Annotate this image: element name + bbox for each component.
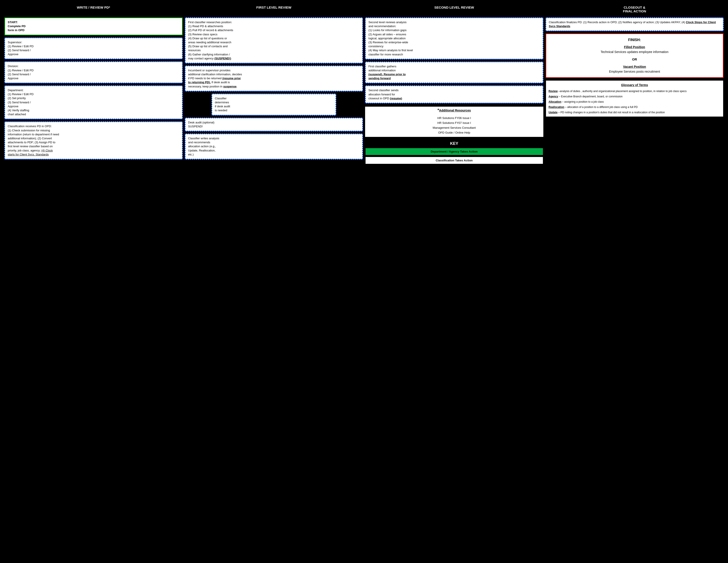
finish-box: FINISH: Filled Position Technical Servic… bbox=[546, 33, 724, 78]
second-level-box: Second level reviews analysis and recomm… bbox=[365, 17, 543, 59]
incumbent-box: Incumbent or supervisor provides additio… bbox=[185, 66, 363, 91]
col3-content: Second level reviews analysis and recomm… bbox=[365, 17, 543, 165]
col2-header: FIRST LEVEL REVIEW bbox=[185, 4, 363, 14]
glossary-reallocation: Reallocation – allocation of a position … bbox=[549, 105, 721, 109]
filled-position-section: Filled Position Technical Services updat… bbox=[549, 45, 720, 55]
first-classifier-gathers-box: First classifier gathers additional info… bbox=[365, 62, 543, 83]
desk-audit-box: Desk audit (optional) SUSPEND! bbox=[185, 118, 363, 131]
start-box: START:Complete PDform in OPD bbox=[4, 17, 183, 35]
additional-resources-title: *Additional Resources bbox=[365, 107, 543, 114]
glossary-update: Update – PD noting changes in a position… bbox=[549, 110, 721, 114]
classifier-writes-box: Classifier writes analysis and recommend… bbox=[185, 133, 363, 159]
classification-finalizes-box: Classification finalizes PD: (1) Records… bbox=[546, 17, 724, 31]
key-items: Department / Agency Takes Action Classif… bbox=[365, 148, 543, 164]
or-label: OR bbox=[549, 57, 720, 62]
department-box: Department: (1) Review / Edit PD (2) Set… bbox=[4, 85, 183, 119]
main-columns: START:Complete PDform in OPD Supervisor:… bbox=[4, 17, 724, 165]
additional-resources-section: *Additional Resources HR Solutions FY06 … bbox=[365, 105, 543, 138]
classification-receives-box: Classification receives PD in OPD: (1) C… bbox=[4, 121, 183, 159]
key-white-item: Classification Takes Action bbox=[365, 156, 543, 164]
supervisor-box: Supervisor: (1) Review / Edit PD (2) Sen… bbox=[4, 38, 183, 59]
vacant-position-text: Employee Services posts recruitment bbox=[609, 70, 660, 73]
key-section: KEY Department / Agency Takes Action Cla… bbox=[365, 140, 543, 165]
vacant-position-label: Vacant Position bbox=[623, 65, 646, 68]
glossary-agency: Agency – Executive Branch department, bo… bbox=[549, 94, 721, 98]
second-classifier-sends-box: Second classifier sends allocation forwa… bbox=[365, 85, 543, 103]
key-title: KEY bbox=[365, 141, 543, 146]
col4-header: CLOSEOUT & FINAL ACTION bbox=[546, 4, 724, 14]
col3-header: SECOND LEVEL REVIEW bbox=[365, 4, 543, 14]
first-classifier-box: First classifier researches position: (1… bbox=[185, 17, 363, 63]
col2-content: First classifier researches position: (1… bbox=[185, 17, 363, 159]
finish-title: FINISH: bbox=[549, 37, 720, 43]
page: WRITE / REVIEW PD* FIRST LEVEL REVIEW SE… bbox=[4, 4, 724, 165]
glossary-allocation: Allocation – assigning a position to a j… bbox=[549, 100, 721, 104]
key-green-item: Department / Agency Takes Action bbox=[365, 148, 543, 155]
filled-position-text: Technical Services updates employee info… bbox=[601, 50, 668, 54]
glossary-review: Review –analysis of duties , authority a… bbox=[549, 89, 721, 93]
col4-content: Classification finalizes PD: (1) Records… bbox=[546, 17, 724, 117]
classifier-determines-box: Classifier determines if desk audit is n… bbox=[212, 94, 336, 115]
filled-position-label: Filled Position bbox=[624, 45, 645, 49]
glossary-title: Glossary of Terms bbox=[549, 83, 721, 87]
col1-header: WRITE / REVIEW PD* bbox=[4, 4, 183, 14]
column-headers: WRITE / REVIEW PD* FIRST LEVEL REVIEW SE… bbox=[4, 4, 724, 14]
additional-resources-list: HR Solutions FY06 Issue I HR Solutions F… bbox=[365, 114, 543, 137]
glossary-section: Glossary of Terms Review –analysis of du… bbox=[546, 80, 724, 117]
vacant-position-section: Vacant Position Employee Services posts … bbox=[549, 64, 720, 74]
col1-content: START:Complete PDform in OPD Supervisor:… bbox=[4, 17, 183, 159]
division-box: Division: (1) Review / Edit PD (2) Send … bbox=[4, 61, 183, 83]
